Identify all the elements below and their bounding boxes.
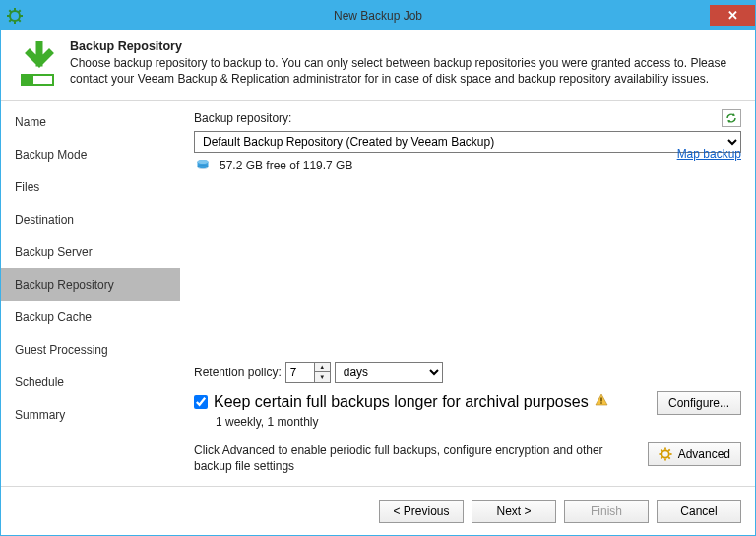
titlebar: New Backup Job ✕ xyxy=(1,1,755,30)
sidebar-item-backup-cache[interactable]: Backup Cache xyxy=(1,301,180,333)
sidebar-item-backup-mode[interactable]: Backup Mode xyxy=(1,138,180,170)
keep-full-checkbox[interactable] xyxy=(194,395,208,409)
cancel-button[interactable]: Cancel xyxy=(657,500,741,523)
sidebar-item-destination[interactable]: Destination xyxy=(1,203,180,235)
svg-line-7 xyxy=(9,19,11,21)
sidebar-item-guest-processing[interactable]: Guest Processing xyxy=(1,333,180,366)
refresh-button[interactable] xyxy=(722,109,741,127)
next-button[interactable]: Next > xyxy=(472,500,556,523)
spinner-down-icon[interactable]: ▼ xyxy=(315,372,330,382)
svg-line-21 xyxy=(661,449,662,451)
retention-stepper[interactable]: ▲ ▼ xyxy=(285,362,331,383)
svg-rect-10 xyxy=(22,75,33,85)
svg-line-24 xyxy=(668,449,670,451)
svg-point-16 xyxy=(662,450,668,457)
close-icon[interactable]: ✕ xyxy=(710,5,755,26)
sidebar-item-schedule[interactable]: Schedule xyxy=(1,366,180,398)
sidebar-item-backup-server[interactable]: Backup Server xyxy=(1,235,180,268)
retention-unit-select[interactable]: days xyxy=(335,362,443,383)
svg-line-5 xyxy=(9,10,11,12)
disk-icon xyxy=(194,159,212,172)
svg-point-12 xyxy=(198,160,209,164)
svg-line-22 xyxy=(668,457,670,459)
repo-label: Backup repository: xyxy=(194,111,291,125)
retention-label: Retention policy: xyxy=(194,366,282,379)
svg-line-6 xyxy=(19,19,21,21)
window-title: New Backup Job xyxy=(1,9,755,23)
previous-button[interactable]: < Previous xyxy=(379,500,464,523)
svg-rect-14 xyxy=(600,398,601,402)
sidebar-item-backup-repository[interactable]: Backup Repository xyxy=(1,268,180,301)
sidebar-item-summary[interactable]: Summary xyxy=(1,398,180,431)
header-icon xyxy=(15,39,64,91)
svg-line-23 xyxy=(661,457,662,459)
advanced-hint: Click Advanced to enable periodic full b… xyxy=(194,442,648,474)
finish-button[interactable]: Finish xyxy=(564,500,649,523)
keep-full-label: Keep certain full backups longer for arc… xyxy=(214,393,589,411)
footer: < Previous Next > Finish Cancel xyxy=(1,486,755,535)
advanced-button[interactable]: Advanced xyxy=(648,442,741,466)
svg-rect-15 xyxy=(600,402,601,403)
wizard-sidebar: NameBackup ModeFilesDestinationBackup Se… xyxy=(1,101,180,486)
dialog-window: New Backup Job ✕ Backup Repository Choos… xyxy=(0,0,756,536)
gear-icon xyxy=(659,447,672,461)
repository-select[interactable]: Default Backup Repository (Created by Ve… xyxy=(194,131,741,153)
spinner-up-icon[interactable]: ▲ xyxy=(315,363,330,373)
keep-full-summary: 1 weekly, 1 monthly xyxy=(216,415,657,429)
configure-button[interactable]: Configure... xyxy=(657,391,741,415)
header-description: Choose backup repository to backup to. Y… xyxy=(70,55,741,87)
header-title: Backup Repository xyxy=(70,39,741,53)
svg-line-8 xyxy=(19,10,21,12)
retention-value-input[interactable] xyxy=(286,363,314,382)
window-gear-icon xyxy=(7,8,23,24)
warning-icon xyxy=(595,393,608,410)
keep-full-row: Keep certain full backups longer for arc… xyxy=(194,393,657,411)
wizard-header: Backup Repository Choose backup reposito… xyxy=(1,30,755,101)
disk-free-text: 57.2 GB free of 119.7 GB xyxy=(220,159,352,172)
sidebar-item-files[interactable]: Files xyxy=(1,170,180,203)
main-panel: Backup repository: Default Backup Reposi… xyxy=(180,101,755,486)
map-backup-link[interactable]: Map backup xyxy=(677,147,741,161)
sidebar-item-name[interactable]: Name xyxy=(1,105,180,138)
